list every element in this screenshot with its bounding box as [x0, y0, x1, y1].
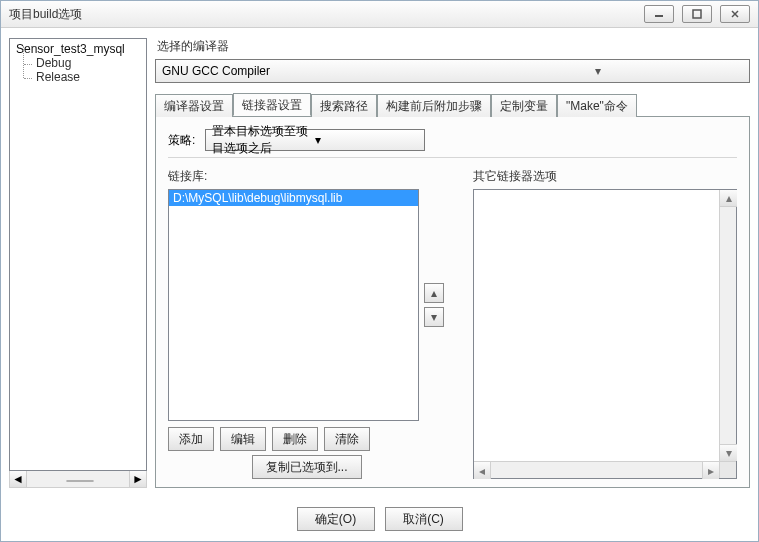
minimize-button[interactable]	[644, 5, 674, 23]
window-body: Sensor_test3_mysql Debug Release ◄ ► 选择的…	[1, 28, 758, 541]
tab-linker-settings[interactable]: 链接器设置	[233, 93, 311, 116]
move-down-button[interactable]: ▾	[424, 307, 444, 327]
delete-button[interactable]: 删除	[272, 427, 318, 451]
system-buttons	[644, 5, 750, 23]
target-tree-wrap: Sensor_test3_mysql Debug Release ◄ ►	[9, 38, 147, 488]
policy-select[interactable]: 置本目标选项至项目选项之后 ▾	[205, 129, 425, 151]
link-lib-list[interactable]: D:\MySQL\lib\debug\libmysql.lib	[168, 189, 419, 421]
scroll-left-icon[interactable]: ◄	[10, 471, 27, 487]
separator	[168, 157, 737, 158]
target-tree[interactable]: Sensor_test3_mysql Debug Release	[9, 38, 147, 471]
tab-build-steps[interactable]: 构建前后附加步骤	[377, 94, 491, 117]
list-item[interactable]: D:\MySQL\lib\debug\libmysql.lib	[169, 190, 418, 206]
scroll-down-icon[interactable]: ▾	[720, 444, 737, 461]
cancel-button[interactable]: 取消(C)	[385, 507, 463, 531]
footer-buttons: 确定(O) 取消(C)	[1, 507, 758, 531]
scroll-thumb[interactable]	[66, 480, 94, 482]
add-button[interactable]: 添加	[168, 427, 214, 451]
chevron-down-icon: ▾	[453, 64, 744, 78]
tree-item-release[interactable]: Release	[14, 70, 142, 84]
policy-row: 策略: 置本目标选项至项目选项之后 ▾	[168, 129, 737, 151]
tab-compiler-settings[interactable]: 编译器设置	[155, 94, 233, 117]
other-options-textarea[interactable]: ▴ ▾ ◂ ▸	[473, 189, 737, 479]
link-lib-label: 链接库:	[168, 168, 445, 185]
scroll-corner	[719, 461, 736, 478]
svg-rect-1	[693, 10, 701, 18]
compiler-select[interactable]: GNU GCC Compiler ▾	[155, 59, 750, 83]
hscrollbar[interactable]: ◂ ▸	[474, 461, 736, 478]
lib-button-row: 添加 编辑 删除 清除	[168, 427, 445, 451]
copy-row: 复制已选项到...	[168, 455, 445, 479]
maximize-button[interactable]	[682, 5, 712, 23]
ok-button[interactable]: 确定(O)	[297, 507, 375, 531]
tab-content: 策略: 置本目标选项至项目选项之后 ▾ 链接库: D:\MySQL\l	[155, 116, 750, 488]
tab-custom-vars[interactable]: 定制变量	[491, 94, 557, 117]
tree-hscrollbar[interactable]: ◄ ►	[9, 471, 147, 488]
window: 项目build选项 Sensor_test3_mysql Debug Relea…	[0, 0, 759, 542]
close-button[interactable]	[720, 5, 750, 23]
panels: 链接库: D:\MySQL\lib\debug\libmysql.lib ▴ ▾	[168, 168, 737, 479]
scroll-right-icon[interactable]: ►	[129, 471, 146, 487]
tab-make-cmds[interactable]: "Make"命令	[557, 94, 637, 117]
vscrollbar[interactable]: ▴ ▾	[719, 190, 736, 461]
move-up-button[interactable]: ▴	[424, 283, 444, 303]
tab-search-paths[interactable]: 搜索路径	[311, 94, 377, 117]
other-options-label: 其它链接器选项	[473, 168, 737, 185]
policy-label: 策略:	[168, 132, 195, 149]
upper-area: Sensor_test3_mysql Debug Release ◄ ► 选择的…	[9, 38, 750, 488]
tab-bar: 编译器设置 链接器设置 搜索路径 构建前后附加步骤 定制变量 "Make"命令	[155, 93, 750, 116]
reorder-buttons: ▴ ▾	[423, 189, 445, 421]
clear-button[interactable]: 清除	[324, 427, 370, 451]
scroll-up-icon[interactable]: ▴	[720, 190, 737, 207]
scroll-left-icon[interactable]: ◂	[474, 462, 491, 479]
chevron-down-icon: ▾	[315, 133, 418, 147]
copy-selected-button[interactable]: 复制已选项到...	[252, 455, 362, 479]
compiler-value: GNU GCC Compiler	[162, 64, 453, 78]
other-options-panel: 其它链接器选项 ▴ ▾ ◂ ▸	[473, 168, 737, 479]
titlebar: 项目build选项	[1, 1, 758, 28]
window-title: 项目build选项	[9, 6, 644, 23]
right-pane: 选择的编译器 GNU GCC Compiler ▾ 编译器设置 链接器设置 搜索…	[155, 38, 750, 488]
tree-item-debug[interactable]: Debug	[14, 56, 142, 70]
link-lib-panel: 链接库: D:\MySQL\lib\debug\libmysql.lib ▴ ▾	[168, 168, 445, 479]
policy-value: 置本目标选项至项目选项之后	[212, 123, 315, 157]
tree-root[interactable]: Sensor_test3_mysql	[14, 42, 142, 56]
edit-button[interactable]: 编辑	[220, 427, 266, 451]
scroll-right-icon[interactable]: ▸	[702, 462, 719, 479]
compiler-label: 选择的编译器	[157, 38, 750, 55]
